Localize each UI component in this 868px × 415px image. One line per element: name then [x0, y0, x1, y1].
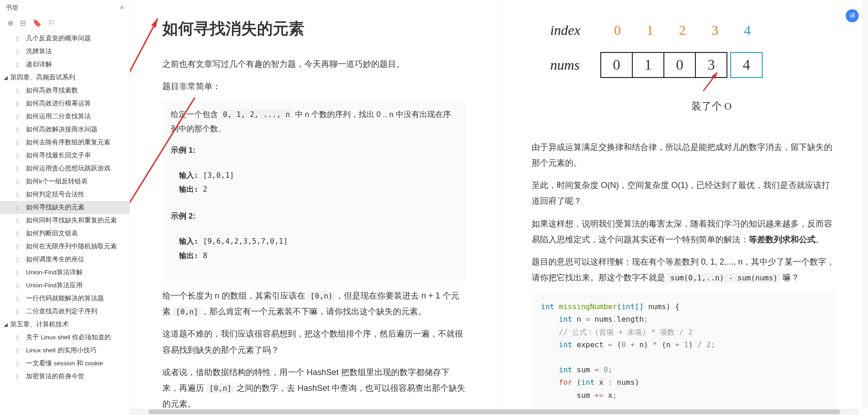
toc-label: 如何寻找缺失的元素	[26, 203, 84, 212]
toc-item[interactable]: ▯如何k个一组反转链表	[0, 175, 129, 188]
toc-item[interactable]: ▯如何寻找缺失的元素	[0, 201, 129, 214]
index-cell: 1	[634, 17, 666, 43]
para: 这道题不难的，我们应该很容易想到，把这个数组排个序，然后遍历一遍，不就很容易找到…	[162, 326, 466, 357]
toc-item[interactable]: ▯几个反直觉的概率问题	[0, 32, 129, 45]
toc-label: 关于 Linux shell 你必须知道的	[26, 333, 111, 342]
bookmark-item-icon: ▯	[16, 217, 23, 224]
collapse-icon[interactable]: ⊟	[20, 19, 26, 27]
example-1: 输入: [3,0,1] 输出: 2	[171, 164, 458, 201]
bookmarks-sidebar: 书签 × ⊕ ⊟ 🔖 ⚐ ▯几个反直觉的概率问题▯洗牌算法▯递归详解 ◢第四章、…	[0, 0, 130, 415]
toc-label: 洗牌算法	[26, 47, 52, 56]
para: 题目非常简单：	[162, 78, 466, 94]
toc-label: 如何判断回文链表	[26, 229, 78, 238]
toc-label: 如何高效寻找素数	[26, 86, 78, 95]
para: 或者说，借助数据结构的特性，用一个 HashSet 把数组里出现的数字都储存下来…	[162, 364, 466, 412]
close-icon[interactable]: ×	[120, 4, 124, 12]
toc-item[interactable]: ▯如何调度考生的座位	[0, 253, 129, 266]
right-page: index 01234 nums 01034 装了个 O 由于异或运算满足交换律…	[499, 0, 868, 415]
bookmark-item-icon: ▯	[16, 165, 23, 172]
problem-statement: 给定一个包含 0, 1, 2, ..., n 中 n 个数的序列，找出 0 ..…	[162, 101, 466, 281]
toc-item[interactable]: ▯Linux shell 的实用小技巧	[0, 344, 129, 357]
toc-label: 如何判定括号合法性	[26, 190, 84, 199]
toc-item[interactable]: ▯Union-Find算法详解	[0, 266, 129, 279]
bookmark-item-icon: ▯	[16, 87, 23, 94]
toc-label: 如何高效解决接雨水问题	[26, 125, 97, 134]
toc-list[interactable]: ▯几个反直觉的概率问题▯洗牌算法▯递归详解 ◢第四章、高频面试系列 ▯如何高效寻…	[0, 32, 129, 415]
index-cell: 3	[699, 17, 731, 43]
nums-cell: 4	[730, 52, 763, 78]
toc-item[interactable]: ▯如何判断回文链表	[0, 227, 129, 240]
bookmark-item-icon: ▯	[16, 100, 23, 107]
toc-item[interactable]: ▯如何高效解决接雨水问题	[0, 123, 129, 136]
toc-item[interactable]: ▯如何高效进行模幂运算	[0, 97, 129, 110]
toc-label: 二分查找高效判定子序列	[26, 307, 97, 316]
bookmark-item-icon: ▯	[16, 269, 23, 276]
toc-item[interactable]: ▯如何在无限序列中随机抽取元素	[0, 240, 129, 253]
add-bookmark-icon[interactable]: ⊕	[7, 19, 13, 27]
annotation-arrow-1	[130, 9, 167, 111]
bookmark-item-icon: ▯	[16, 256, 23, 263]
bookmark-item-icon: ▯	[16, 308, 23, 315]
translate-badge[interactable]: 译	[846, 9, 859, 22]
index-cell: 2	[666, 17, 699, 43]
horizontal-scrollbar[interactable]	[130, 409, 859, 415]
toc-item[interactable]: ▯关于 Linux shell 你必须知道的	[0, 331, 129, 344]
bookmark-item-icon: ▯	[16, 347, 23, 354]
bookmark-item-icon: ▯	[16, 152, 23, 159]
toc-item[interactable]: ▯一行代码就能解决的算法题	[0, 292, 129, 305]
chapter-5[interactable]: ◢第五章、计算机技术	[0, 318, 129, 331]
toc-item[interactable]: ▯如何去除有序数组的重复元素	[0, 136, 129, 149]
nums-cell: 0	[663, 52, 696, 78]
toc-item[interactable]: ▯加密算法的前身今世	[0, 370, 129, 383]
nums-cell: 0	[600, 52, 633, 78]
content-area: 如何寻找消失的元素 之前也有文章写过几个有趣的智力题，今天再聊一道巧妙的题目。 …	[130, 0, 868, 415]
bookmark-item-icon: ▯	[16, 334, 23, 341]
toc-item[interactable]: ▯如何运用贪心思想玩跳跃游戏	[0, 162, 129, 175]
toc-item[interactable]: ▯如何高效寻找素数	[0, 84, 129, 97]
toc-item[interactable]: ▯如何判定括号合法性	[0, 188, 129, 201]
toc-item[interactable]: ▯如何同时寻找缺失和重复的元素	[0, 214, 129, 227]
index-cell: 4	[731, 17, 764, 43]
toc-label: Linux shell 的实用小技巧	[26, 346, 96, 355]
toc-label: 如何同时寻找缺失和重复的元素	[26, 216, 117, 225]
sidebar-toolbar: ⊕ ⊟ 🔖 ⚐	[0, 16, 129, 32]
vertical-scrollbar[interactable]	[862, 0, 868, 409]
svg-marker-1	[151, 19, 158, 28]
index-nums-diagram: index 01234 nums 01034 装了个 O	[532, 7, 836, 121]
toc-item[interactable]: ▯洗牌算法	[0, 45, 129, 58]
toc-label: 加密算法的前身今世	[26, 372, 84, 381]
toc-item[interactable]: ▯如何运用二分查找算法	[0, 110, 129, 123]
left-page: 如何寻找消失的元素 之前也有文章写过几个有趣的智力题，今天再聊一道巧妙的题目。 …	[130, 0, 499, 415]
para: 给一个长度为 n 的数组，其索引应该在 [0,n)，但是现在你要装进去 n + …	[162, 288, 466, 319]
toc-label: 一行代码就能解决的算法题	[26, 294, 104, 303]
bookmark-item-icon: ▯	[16, 178, 23, 185]
bookmark-item-icon: ▯	[16, 243, 23, 250]
toc-label: Union-Find算法应用	[26, 281, 83, 290]
bookmark-item-icon: ▯	[16, 204, 23, 211]
toc-item[interactable]: ▯Union-Find算法应用	[0, 279, 129, 292]
toc-label: 如何寻找最长回文子串	[26, 151, 91, 160]
bookmark-item-icon: ▯	[16, 113, 23, 120]
nums-cell: 1	[632, 52, 664, 78]
toc-item[interactable]: ▯递归详解	[0, 58, 129, 71]
bookmark-item-icon: ▯	[16, 48, 23, 55]
para: 至此，时间复杂度 O(N)，空间复杂度 O(1)，已经达到了最优，我们是否就应该…	[532, 177, 836, 209]
toc-label: 如何运用贪心思想玩跳跃游戏	[26, 164, 110, 173]
bookmark-icon[interactable]: 🔖	[32, 19, 42, 27]
ribbon-icon[interactable]: ⚐	[48, 19, 55, 27]
bookmark-item-icon: ▯	[16, 282, 23, 289]
para: 题目的意思可以这样理解：现在有个等差数列 0, 1, 2,..., n，其中少了…	[532, 254, 836, 285]
bookmark-item-icon: ▯	[16, 295, 23, 302]
toc-label: 如何k个一组反转链表	[26, 177, 88, 186]
toc-label: Union-Find算法详解	[26, 268, 83, 277]
page-title: 如何寻找消失的元素	[162, 14, 466, 44]
chapter-4[interactable]: ◢第四章、高频面试系列	[0, 71, 129, 84]
bookmark-item-icon: ▯	[16, 373, 23, 380]
bookmark-item-icon: ▯	[16, 126, 23, 133]
toc-item[interactable]: ▯一文看懂 session 和 cookie	[0, 357, 129, 370]
bookmark-item-icon: ▯	[16, 230, 23, 237]
svg-line-0	[130, 19, 158, 107]
toc-item[interactable]: ▯二分查找高效判定子序列	[0, 305, 129, 318]
toc-label: 如何调度考生的座位	[26, 255, 84, 264]
toc-item[interactable]: ▯如何寻找最长回文子串	[0, 149, 129, 162]
